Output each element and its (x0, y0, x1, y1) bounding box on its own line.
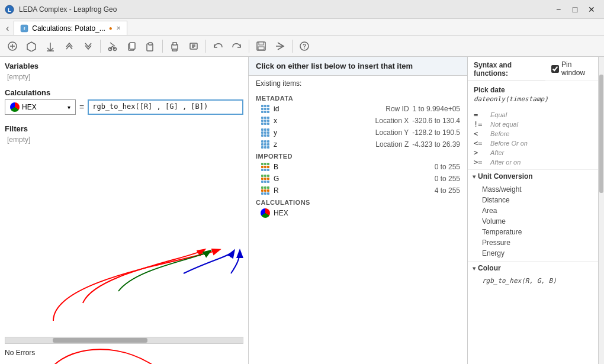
svg-rect-19 (173, 43, 176, 45)
operators-section: = Equal != Not equal < Before <= Before … (468, 108, 604, 169)
scrollbar-v-thumb (599, 75, 603, 193)
pick-date-title: Pick date (474, 86, 598, 94)
pin-checkbox[interactable] (551, 65, 559, 73)
existing-items-label: Existing items: (249, 76, 467, 90)
close-button[interactable]: ✕ (584, 2, 599, 17)
op-row-notequal: != Not equal (474, 120, 598, 129)
op-less[interactable]: < (474, 130, 486, 138)
list-item-HEX[interactable]: HEX (249, 207, 467, 219)
items-list: METADATA id Row ID 1 to 9.994e+05 x Loca… (249, 90, 467, 364)
unit-item-mass[interactable]: Mass/weight (480, 184, 604, 195)
pin-window-control[interactable]: Pin window (545, 57, 598, 80)
toolbar-btn-redo[interactable] (228, 37, 246, 55)
tab-nav-left[interactable]: ‹ (2, 22, 12, 35)
item-icon-G (261, 174, 270, 183)
colour-section[interactable]: ▾ Colour (468, 261, 604, 275)
toolbar-btn-add[interactable] (4, 37, 21, 55)
op-greater[interactable]: > (474, 149, 486, 157)
vertical-scrollbar[interactable] (598, 57, 604, 364)
unit-item-volume[interactable]: Volume (480, 216, 604, 227)
toolbar-btn-cut[interactable] (104, 37, 121, 55)
list-item-id[interactable]: id Row ID 1 to 9.994e+05 (249, 103, 467, 115)
item-name-R: R (274, 186, 428, 195)
tab-close-button[interactable]: ✕ (116, 25, 121, 31)
op-row-greaterequal: >= After or on (474, 157, 598, 167)
op-less-desc: Before (490, 130, 509, 137)
toolbar-sep-1 (100, 40, 101, 53)
item-icon-R (261, 186, 270, 195)
toolbar-btn-hex[interactable] (23, 37, 40, 55)
left-panel: Variables [empty] Calculations HEX ▾ = r… (0, 57, 249, 364)
calc-equals-sign: = (79, 102, 84, 112)
item-name-id: id (274, 105, 382, 113)
minimize-button[interactable]: − (551, 2, 566, 17)
item-desc-x: Location X (375, 117, 409, 125)
op-equal-desc: Equal (490, 111, 507, 118)
unit-item-energy[interactable]: Energy (480, 248, 604, 259)
op-equal[interactable]: = (474, 111, 486, 119)
unit-item-temperature[interactable]: Temperature (480, 227, 604, 237)
maximize-button[interactable]: □ (567, 2, 583, 17)
main-layout: Variables [empty] Calculations HEX ▾ = r… (0, 57, 604, 364)
calc-dropdown[interactable]: HEX ▾ (5, 99, 76, 115)
op-greaterequal[interactable]: >= (474, 158, 486, 166)
toolbar-sep-3 (205, 40, 206, 53)
op-notequal[interactable]: != (474, 120, 486, 128)
pin-label: Pin window (561, 60, 592, 77)
list-item-x[interactable]: x Location X -320.6 to 130.4 (249, 115, 467, 127)
date-section: Pick date dateonly(timestamp) (468, 81, 604, 108)
item-range-x: -320.6 to 130.4 (412, 117, 460, 125)
toolbar-btn-undo[interactable] (209, 37, 227, 55)
item-icon-x (261, 116, 270, 125)
group-header-metadata: METADATA (249, 92, 467, 103)
horizontal-scrollbar[interactable] (5, 337, 243, 344)
tab-label: Calculations: Potato_... (32, 24, 105, 33)
op-lessequal[interactable]: <= (474, 139, 486, 147)
op-row-greater: > After (474, 148, 598, 157)
toolbar-btn-print2[interactable] (185, 37, 203, 55)
tab-icon: f (20, 24, 28, 33)
item-range-G: 0 to 255 (435, 175, 460, 183)
toolbar-btn-print1[interactable] (166, 37, 184, 55)
list-item-z[interactable]: z Location Z -4.323 to 26.39 (249, 138, 467, 150)
tab-bar: ‹ f Calculations: Potato_... ● ✕ (0, 19, 604, 36)
toolbar-btn-up[interactable] (60, 37, 78, 55)
toolbar-sep-5 (292, 40, 293, 53)
unit-item-distance[interactable]: Distance (480, 195, 604, 205)
unit-conversion-section[interactable]: ▾ Unit Conversion (468, 169, 604, 183)
toolbar-btn-save[interactable] (252, 37, 270, 55)
tab-calculations[interactable]: f Calculations: Potato_... ● ✕ (14, 21, 127, 35)
item-name-y: y (274, 128, 372, 137)
item-name-HEX: HEX (274, 209, 453, 217)
unit-item-area[interactable]: Area (480, 205, 604, 216)
list-item-G[interactable]: G 0 to 255 (249, 173, 467, 185)
item-range-B: 0 to 255 (435, 163, 460, 171)
toolbar-btn-down[interactable] (79, 37, 97, 55)
list-item-y[interactable]: y Location Y -128.2 to 190.5 (249, 127, 467, 138)
item-name-z: z (274, 140, 372, 149)
svg-rect-28 (259, 42, 264, 45)
list-item-R[interactable]: R 4 to 255 (249, 185, 467, 197)
unit-item-pressure[interactable]: Pressure (480, 237, 604, 248)
op-lessequal-desc: Before Or on (490, 140, 528, 147)
toolbar-btn-copy[interactable] (123, 37, 140, 55)
dateonly-func[interactable]: dateonly(timestamp) (474, 95, 598, 103)
colour-func-rgb-to-hex[interactable]: rgb_to_hex(R, G, B) (480, 276, 604, 286)
list-item-B[interactable]: B 0 to 255 (249, 161, 467, 173)
toolbar: ? (0, 36, 604, 57)
item-name-x: x (274, 117, 372, 125)
hex-color-icon (10, 102, 20, 112)
group-header-calculations: CALCULATIONS (249, 197, 467, 207)
item-range-R: 4 to 255 (435, 186, 460, 195)
toolbar-btn-paste[interactable] (142, 37, 159, 55)
colour-title: Colour (478, 264, 501, 272)
scrollbar-thumb (53, 338, 147, 343)
toolbar-btn-download[interactable] (41, 37, 59, 55)
unit-conversion-title: Unit Conversion (478, 172, 533, 181)
toolbar-btn-help[interactable]: ? (295, 37, 313, 55)
svg-text:L: L (8, 7, 11, 13)
toolbar-sep-4 (249, 40, 249, 53)
filters-title: Filters (5, 124, 243, 133)
calc-formula-input[interactable]: rgb_to_hex([R] , [G] , [B]) (88, 99, 243, 115)
toolbar-btn-export[interactable] (271, 37, 289, 55)
